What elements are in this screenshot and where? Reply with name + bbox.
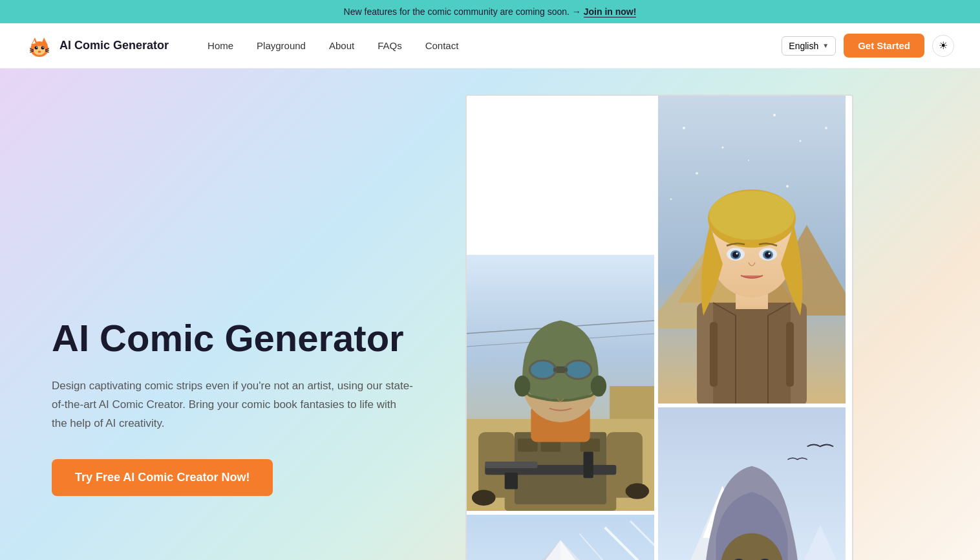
- svg-point-23: [773, 114, 776, 116]
- banner-link[interactable]: Join in now!: [584, 6, 637, 17]
- svg-point-40: [732, 252, 739, 258]
- svg-rect-102: [553, 368, 568, 372]
- top-banner: New features for the comic community are…: [0, 0, 980, 23]
- language-label: English: [789, 41, 818, 51]
- svg-point-105: [472, 490, 496, 506]
- svg-point-29: [786, 185, 789, 188]
- nav-contact[interactable]: Contact: [425, 40, 459, 51]
- svg-point-26: [748, 160, 749, 161]
- theme-toggle-button[interactable]: ☀: [932, 35, 954, 57]
- svg-point-8: [36, 47, 37, 48]
- svg-rect-31: [713, 303, 791, 404]
- svg-rect-45: [786, 322, 794, 387]
- nav-playground[interactable]: Playground: [257, 40, 306, 51]
- nav-faqs[interactable]: FAQs: [378, 40, 402, 51]
- hero-right: [465, 94, 853, 560]
- comic-grid: [465, 94, 853, 560]
- svg-point-42: [736, 253, 738, 255]
- svg-point-6: [35, 46, 38, 49]
- svg-rect-83: [610, 386, 654, 419]
- hero-left: AI Comic Generator Design captivating co…: [52, 318, 440, 495]
- svg-point-103: [515, 376, 530, 396]
- svg-rect-44: [710, 322, 718, 387]
- logo-link[interactable]: AI Comic Generator: [26, 32, 169, 59]
- logo-text: AI Comic Generator: [59, 39, 169, 52]
- svg-point-10: [38, 50, 41, 52]
- svg-point-35: [709, 191, 794, 240]
- svg-rect-92: [584, 452, 593, 479]
- header-right: English ▼ Get Started ☀: [782, 34, 954, 58]
- svg-rect-93: [485, 462, 537, 468]
- comic-panel-2: [658, 407, 846, 560]
- svg-point-106: [626, 483, 650, 499]
- nav-home[interactable]: Home: [208, 40, 233, 51]
- svg-point-24: [800, 140, 802, 142]
- svg-marker-4: [47, 40, 50, 44]
- svg-point-7: [41, 46, 45, 49]
- comic-panel-4: [467, 515, 654, 560]
- language-selector[interactable]: English ▼: [782, 36, 836, 56]
- hero-title: AI Comic Generator: [52, 318, 440, 359]
- svg-point-21: [683, 127, 685, 129]
- banner-arrow: →: [572, 6, 581, 17]
- svg-point-27: [825, 127, 827, 129]
- svg-point-41: [765, 252, 771, 258]
- sun-icon: ☀: [939, 39, 948, 52]
- nav-about[interactable]: About: [329, 40, 354, 51]
- svg-point-43: [769, 253, 771, 255]
- cta-button[interactable]: Try Free AI Comic Creator Now!: [52, 459, 273, 496]
- svg-point-28: [670, 199, 672, 200]
- svg-point-9: [43, 47, 44, 48]
- comic-panel-3: [467, 255, 654, 511]
- banner-text: New features for the comic community are…: [344, 6, 570, 17]
- svg-point-104: [591, 376, 606, 396]
- get-started-button[interactable]: Get Started: [844, 34, 924, 58]
- chevron-down-icon: ▼: [822, 42, 829, 49]
- header: AI Comic Generator Home Playground About…: [0, 23, 980, 69]
- hero-section: AI Comic Generator Design captivating co…: [0, 69, 980, 560]
- main-nav: Home Playground About FAQs Contact: [208, 40, 782, 51]
- comic-panel-1: [658, 96, 846, 404]
- logo-icon: [26, 32, 53, 59]
- svg-rect-94: [505, 473, 518, 489]
- svg-point-25: [696, 172, 698, 175]
- hero-description: Design captivating comic strips even if …: [52, 377, 414, 433]
- svg-marker-2: [41, 38, 48, 45]
- svg-point-22: [722, 147, 724, 149]
